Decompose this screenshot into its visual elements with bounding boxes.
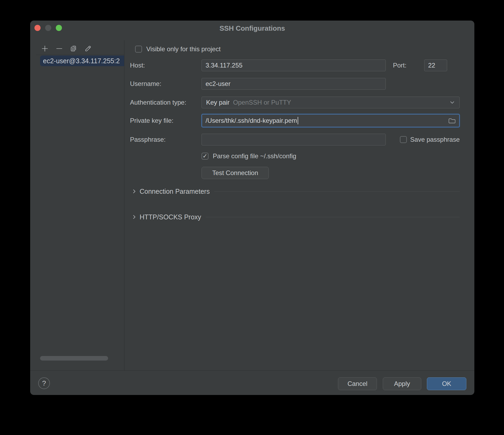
add-configuration-button[interactable] xyxy=(41,45,49,53)
folder-icon xyxy=(448,117,456,124)
http-socks-proxy-label: HTTP/SOCKS Proxy xyxy=(140,213,201,221)
sidebar-separator xyxy=(124,40,124,370)
save-passphrase-checkbox[interactable] xyxy=(400,136,407,143)
private-key-value: /Users/thk/.ssh/dnd-keypair.pem xyxy=(206,117,297,124)
port-input[interactable] xyxy=(424,60,447,71)
parse-config-checkbox[interactable]: ✓ xyxy=(202,153,208,160)
cancel-button[interactable]: Cancel xyxy=(338,377,377,390)
desktop: { "window": { "title": "SSH Configuratio… xyxy=(0,0,504,435)
copy-icon xyxy=(70,45,77,52)
authentication-type-hint: OpenSSH or PuTTY xyxy=(233,99,291,106)
ssh-config-list-item[interactable]: ec2-user@3.34.117.255:2 xyxy=(40,56,124,66)
section-divider xyxy=(214,191,460,192)
ssh-configurations-dialog: SSH Configurations xyxy=(30,21,474,395)
text-cursor xyxy=(298,117,298,124)
sidebar-toolbar xyxy=(30,43,124,54)
parse-config-row: ✓ Parse config file ~/.ssh/config xyxy=(130,150,460,162)
visible-only-label: Visible only for this project xyxy=(146,45,220,53)
save-passphrase-label: Save passphrase xyxy=(410,136,460,143)
visible-only-row: Visible only for this project xyxy=(130,43,460,55)
edit-configuration-button[interactable] xyxy=(84,45,92,53)
host-input[interactable] xyxy=(202,60,386,71)
section-divider xyxy=(206,217,460,217)
passphrase-input[interactable] xyxy=(202,134,386,145)
toolbar-separator xyxy=(36,55,124,55)
username-row: Username: xyxy=(130,78,460,90)
authentication-type-label: Authentication type: xyxy=(130,99,202,106)
question-mark-icon: ? xyxy=(42,379,46,387)
parse-config-label: Parse config file ~/.ssh/config xyxy=(213,152,296,160)
host-row: Host: Port: xyxy=(130,60,460,71)
username-input[interactable] xyxy=(202,78,386,90)
username-label: Username: xyxy=(130,80,202,88)
test-connection-button[interactable]: Test Connection xyxy=(202,167,269,179)
chevron-down-icon xyxy=(449,100,455,105)
copy-configuration-button[interactable] xyxy=(70,45,78,53)
port-label: Port: xyxy=(393,62,407,69)
footer-divider xyxy=(30,370,474,371)
help-button[interactable]: ? xyxy=(38,377,50,389)
private-key-row: Private key file: /Users/thk/.ssh/dnd-ke… xyxy=(130,115,460,126)
private-key-label: Private key file: xyxy=(130,117,202,124)
save-passphrase-group: Save passphrase xyxy=(400,136,460,143)
titlebar: SSH Configurations xyxy=(30,21,474,35)
checkmark-icon: ✓ xyxy=(203,153,207,159)
apply-button[interactable]: Apply xyxy=(383,377,421,390)
remove-configuration-button[interactable] xyxy=(55,45,63,53)
authentication-type-select[interactable]: Key pair OpenSSH or PuTTY xyxy=(202,97,460,108)
chevron-right-icon xyxy=(132,189,137,194)
browse-file-button[interactable] xyxy=(448,117,456,124)
ok-button[interactable]: OK xyxy=(427,377,466,390)
connection-parameters-section[interactable]: Connection Parameters xyxy=(132,186,460,197)
passphrase-label: Passphrase: xyxy=(130,136,202,143)
minus-icon xyxy=(56,45,63,52)
dialog-title: SSH Configurations xyxy=(30,21,474,35)
horizontal-scrollbar[interactable] xyxy=(40,356,108,361)
connection-parameters-label: Connection Parameters xyxy=(140,188,210,195)
authentication-type-value: Key pair xyxy=(206,99,230,106)
private-key-input[interactable]: /Users/thk/.ssh/dnd-keypair.pem xyxy=(202,114,460,127)
pencil-icon xyxy=(84,45,92,52)
passphrase-row: Passphrase: Save passphrase xyxy=(130,134,460,145)
chevron-right-icon xyxy=(132,214,137,220)
host-label: Host: xyxy=(130,62,202,69)
visible-only-checkbox[interactable] xyxy=(135,46,142,53)
http-socks-proxy-section[interactable]: HTTP/SOCKS Proxy xyxy=(132,212,460,222)
plus-icon xyxy=(41,45,49,52)
list-item-label: ec2-user@3.34.117.255:2 xyxy=(43,57,120,65)
authentication-type-row: Authentication type: Key pair OpenSSH or… xyxy=(130,97,460,108)
